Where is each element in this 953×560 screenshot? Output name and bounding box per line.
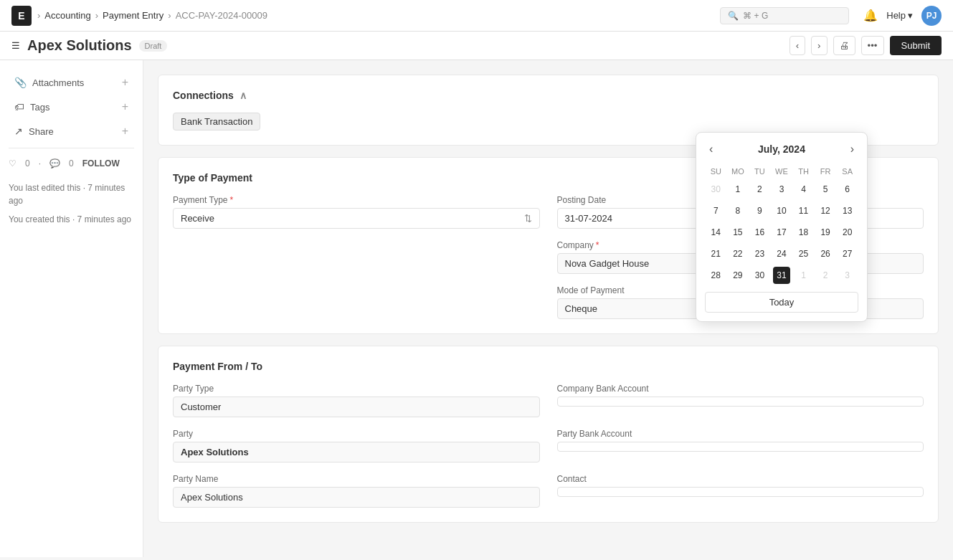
tags-label: Tags <box>30 102 49 113</box>
breadcrumb-payment-entry[interactable]: Payment Entry <box>103 10 163 21</box>
hamburger-icon[interactable]: ☰ <box>11 40 20 51</box>
cal-date-cell[interactable]: 3 <box>771 179 793 200</box>
prev-button[interactable]: ‹ <box>790 36 805 55</box>
cal-date-cell[interactable]: 31 <box>771 265 793 286</box>
party-bank-account-label: Party Bank Account <box>557 429 924 439</box>
cal-date-cell[interactable]: 14 <box>705 222 727 243</box>
sidebar-item-tags[interactable]: 🏷 Tags + <box>9 96 134 118</box>
search-box[interactable]: 🔍 ⌘ + G <box>720 7 849 24</box>
print-button[interactable]: 🖨 <box>833 36 855 55</box>
cal-date-cell[interactable]: 29 <box>727 265 749 286</box>
payment-type-label: Payment Type * <box>173 195 540 205</box>
party-bank-account-field: Party Bank Account <box>557 429 924 462</box>
notifications-icon[interactable]: 🔔 <box>863 9 878 22</box>
logo: E <box>11 6 32 26</box>
breadcrumb-accounting[interactable]: Accounting <box>44 10 90 21</box>
cal-day-sa: SA <box>836 164 858 179</box>
last-edited: You last edited this · 7 minutes ago <box>9 181 134 207</box>
cal-day-mo: MO <box>727 164 749 179</box>
cal-date-cell[interactable]: 28 <box>705 265 727 286</box>
cal-date-cell[interactable]: 12 <box>815 200 837 222</box>
help-button[interactable]: Help ▾ <box>886 10 913 21</box>
cal-date-cell[interactable]: 6 <box>836 179 858 200</box>
cal-next-button[interactable]: › <box>846 141 858 157</box>
cal-date-cell[interactable]: 5 <box>815 179 837 200</box>
comments-icon: 💬 <box>49 158 60 169</box>
cal-date-cell[interactable]: 3 <box>836 265 858 286</box>
comments-count: 0 <box>69 158 74 169</box>
calendar-header: ‹ July, 2024 › <box>705 141 858 157</box>
cal-date-cell[interactable]: 16 <box>749 222 771 243</box>
party-bank-account-input[interactable] <box>557 442 924 452</box>
cal-date-cell[interactable]: 30 <box>749 265 771 286</box>
cal-date-cell[interactable]: 8 <box>727 200 749 222</box>
connections-chevron[interactable]: ∧ <box>240 90 247 101</box>
sidebar-item-share[interactable]: ↗ Share + <box>9 120 134 142</box>
breadcrumb-docname: ACC-PAY-2024-00009 <box>176 10 267 21</box>
user-avatar[interactable]: PJ <box>921 6 942 26</box>
company-required-star: * <box>596 240 599 250</box>
cal-day-tu: TU <box>749 164 771 179</box>
cal-date-cell[interactable]: 1 <box>792 265 815 286</box>
bank-transaction-badge[interactable]: Bank Transaction <box>173 113 260 130</box>
topbar: E › Accounting › Payment Entry › ACC-PAY… <box>0 0 953 32</box>
cal-date-cell[interactable]: 2 <box>749 179 771 200</box>
attachments-add-icon[interactable]: + <box>122 76 128 89</box>
next-button[interactable]: › <box>811 36 827 55</box>
cal-date-cell[interactable]: 15 <box>727 222 749 243</box>
cal-date-cell[interactable]: 22 <box>727 243 749 265</box>
help-chevron: ▾ <box>908 10 913 21</box>
cal-date-cell[interactable]: 2 <box>815 265 837 286</box>
party-name-field: Party Name Apex Solutions <box>173 474 540 508</box>
search-icon: 🔍 <box>728 11 739 21</box>
payment-from-to-header: Payment From / To <box>173 361 924 372</box>
cal-date-cell[interactable]: 4 <box>792 179 815 200</box>
payment-from-to-section: Payment From / To Party Type Customer Co… <box>158 346 939 523</box>
cal-date-cell[interactable]: 20 <box>836 222 858 243</box>
cal-date-cell[interactable]: 30 <box>705 179 727 200</box>
cal-date-cell[interactable]: 21 <box>705 243 727 265</box>
follow-button[interactable]: FOLLOW <box>82 158 120 169</box>
sidebar-divider <box>9 148 134 148</box>
contact-input[interactable] <box>557 487 924 497</box>
today-button[interactable]: Today <box>705 292 858 313</box>
share-icon: ↗ <box>14 125 23 137</box>
cal-date-cell[interactable]: 9 <box>749 200 771 222</box>
contact-label: Contact <box>557 474 924 484</box>
cal-date-cell[interactable]: 17 <box>771 222 793 243</box>
cal-date-cell[interactable]: 7 <box>705 200 727 222</box>
cal-date-cell[interactable]: 26 <box>815 243 837 265</box>
search-placeholder: ⌘ + G <box>743 11 768 21</box>
cal-date-cell[interactable]: 13 <box>836 200 858 222</box>
cal-prev-button[interactable]: ‹ <box>705 141 717 157</box>
tags-add-icon[interactable]: + <box>122 100 128 113</box>
party-field: Party Apex Solutions <box>173 429 540 462</box>
cal-date-cell[interactable]: 18 <box>792 222 815 243</box>
cal-date-cell[interactable]: 23 <box>749 243 771 265</box>
cal-date-cell[interactable]: 19 <box>815 222 837 243</box>
company-bank-account-input[interactable] <box>557 397 924 407</box>
cal-day-su: SU <box>705 164 727 179</box>
cal-date-cell[interactable]: 11 <box>792 200 815 222</box>
payment-from-to-form: Party Type Customer Company Bank Account… <box>173 384 924 508</box>
share-add-icon[interactable]: + <box>122 125 128 138</box>
cal-day-we: WE <box>771 164 793 179</box>
status-badge: Draft <box>139 40 168 52</box>
cal-date-cell[interactable]: 27 <box>836 243 858 265</box>
payment-type-select[interactable]: Receive ⇅ <box>173 208 540 229</box>
cal-date-cell[interactable]: 10 <box>771 200 793 222</box>
breadcrumb-sep1: › <box>95 10 98 21</box>
more-options-button[interactable]: ••• <box>861 36 884 55</box>
party-name-input[interactable]: Apex Solutions <box>173 487 540 508</box>
layout: 📎 Attachments + 🏷 Tags + ↗ Share + ♡ 0 ·… <box>0 60 953 557</box>
company-bank-account-label: Company Bank Account <box>557 384 924 394</box>
sidebar-item-attachments[interactable]: 📎 Attachments + <box>9 72 134 93</box>
breadcrumb-sep2: › <box>168 10 171 21</box>
sidebar-bottom: You last edited this · 7 minutes ago You… <box>9 181 134 226</box>
party-input[interactable]: Apex Solutions <box>173 442 540 462</box>
party-type-input[interactable]: Customer <box>173 397 540 417</box>
cal-date-cell[interactable]: 25 <box>792 243 815 265</box>
cal-date-cell[interactable]: 1 <box>727 179 749 200</box>
submit-button[interactable]: Submit <box>890 36 942 55</box>
cal-date-cell[interactable]: 24 <box>771 243 793 265</box>
